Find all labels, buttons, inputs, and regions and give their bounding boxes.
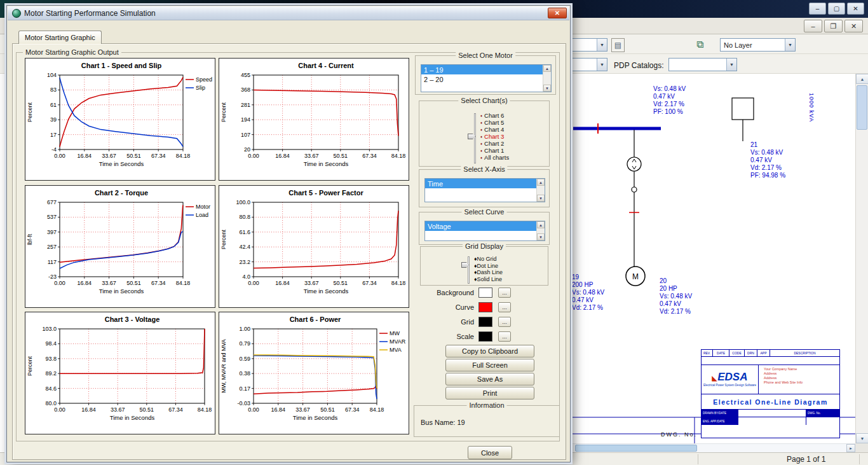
chart-option-6[interactable]: ♦Chart 6	[480, 112, 509, 119]
motor20-label: 20 20 HP Vs: 0.48 kV 0.47 kV Vd: 2.17 %	[660, 277, 692, 316]
copy-to-clipboard-button[interactable]: Copy to Clipboard	[445, 345, 534, 357]
motor-list-item[interactable]: 1 – 19	[421, 65, 543, 74]
svg-text:16.84: 16.84	[78, 280, 92, 286]
diamond-icon: ♦	[480, 128, 482, 132]
svg-text:89.2: 89.2	[45, 370, 57, 377]
motor19-label: 19 200 HP Vs: 0.48 kV 0.47 kV Vd: 2.17 %	[572, 274, 604, 312]
grid-option-solid[interactable]: ♦Solid Line	[474, 276, 503, 283]
save-as-button[interactable]: Save As	[445, 373, 534, 385]
curve-color-row: Curve ...	[414, 302, 511, 312]
svg-text:117: 117	[48, 259, 57, 265]
list-scroll-up[interactable]: ▲	[537, 221, 545, 228]
vertical-scrollbar[interactable]: ▲ ▼	[855, 74, 868, 443]
new-page-button[interactable]: ▤	[611, 38, 625, 52]
layers-icon[interactable]: ⧉	[696, 39, 703, 50]
dialog-close-button[interactable]: ✕	[548, 8, 567, 18]
x-axis-item[interactable]: Time	[425, 179, 537, 188]
list-scroll-up[interactable]: ▲	[543, 65, 551, 72]
grid-color-label: Grid	[414, 318, 474, 326]
list-scrollbar[interactable]: ▲ ▼	[536, 221, 545, 240]
chevron-down-icon[interactable]: ▼	[726, 59, 736, 71]
window-close-button[interactable]: ✕	[847, 3, 864, 15]
list-scrollbar[interactable]: ▲ ▼	[536, 179, 545, 202]
svg-text:281: 281	[241, 102, 250, 108]
motor-listbox[interactable]: 1 – 19 2 – 20 ▲ ▼	[421, 64, 552, 92]
horizontal-scroll-thumb[interactable]	[575, 445, 697, 452]
list-scroll-down[interactable]: ▼	[537, 195, 545, 202]
chart-option-all[interactable]: ♦All charts	[480, 154, 509, 161]
pdp-catalogs-combo[interactable]: ▼	[668, 58, 737, 71]
page-indicator: Page 1 of 1	[787, 455, 825, 464]
motor-label: M	[632, 272, 639, 281]
bus-name-text: Bus Name: 19	[421, 419, 465, 426]
svg-text:0.00: 0.00	[54, 153, 65, 159]
grid-color-browse-button[interactable]: ...	[498, 317, 511, 327]
full-screen-button[interactable]: Full Screen	[445, 359, 534, 371]
svg-text:67.34: 67.34	[168, 406, 183, 413]
grid-color-row: Grid ...	[414, 317, 511, 327]
list-scroll-down[interactable]: ▼	[537, 233, 545, 240]
information-label: Information	[466, 401, 506, 409]
x-axis-listbox[interactable]: Time ▲ ▼	[424, 178, 545, 202]
svg-text:368: 368	[241, 87, 250, 93]
vertical-scroll-thumb[interactable]	[857, 85, 867, 130]
close-button[interactable]: Close	[468, 446, 512, 459]
scrollbar-corner	[855, 443, 868, 452]
scroll-down-button[interactable]: ▼	[856, 433, 868, 443]
scale-color-browse-button[interactable]: ...	[498, 331, 511, 342]
svg-text:107: 107	[241, 132, 250, 138]
grid-option-dot[interactable]: ♦Dot Line	[474, 263, 503, 270]
layer-select-combo[interactable]: No Layer ▼	[720, 38, 796, 52]
grid-option-dash[interactable]: ♦Dash Line	[474, 269, 503, 276]
svg-text:677: 677	[47, 199, 57, 205]
chevron-down-icon[interactable]: ▼	[597, 39, 607, 51]
window-minimize-button[interactable]: –	[809, 3, 826, 15]
svg-text:-23: -23	[48, 274, 57, 280]
scroll-right-button[interactable]: ►	[846, 444, 855, 452]
output-group-label: Motor Starting Graphic Output	[23, 48, 121, 56]
background-color-browse-button[interactable]: ...	[498, 288, 511, 298]
chevron-down-icon[interactable]: ▼	[785, 39, 795, 51]
print-button[interactable]: Print	[445, 387, 534, 399]
tb-header-cell: CODE	[729, 350, 745, 356]
svg-text:537: 537	[47, 214, 57, 220]
chart-option-5[interactable]: ♦Chart 5	[480, 119, 509, 126]
mdi-minimize-button[interactable]: –	[804, 20, 822, 32]
chart-select-track[interactable]	[474, 113, 476, 163]
svg-text:50.51: 50.51	[126, 280, 141, 286]
curve-listbox[interactable]: Voltage ▲ ▼	[424, 221, 545, 241]
list-scroll-up[interactable]: ▲	[537, 179, 545, 186]
horizontal-scrollbar[interactable]: ►	[546, 443, 855, 452]
title-block: REV. DATE CODE DRN APP DESCRIPTION ◣EDSA…	[701, 349, 840, 438]
svg-text:Slip: Slip	[196, 85, 205, 91]
mdi-restore-button[interactable]: ❐	[824, 20, 843, 32]
motor-list-item[interactable]: 2 – 20	[421, 74, 543, 84]
chart-select-label: Select Chart(s)	[458, 97, 510, 104]
chevron-down-icon[interactable]: ▼	[597, 59, 607, 71]
chart-option-4[interactable]: ♦Chart 4	[480, 126, 509, 133]
chart-option-3-selected[interactable]: ♦Chart 3	[480, 133, 509, 140]
svg-text:84.18: 84.18	[370, 406, 384, 413]
dialog-title-bar[interactable]: Motor Starting Performance Simulation ✕	[8, 6, 569, 20]
grid-display-track[interactable]	[468, 256, 470, 284]
list-scroll-down[interactable]: ▼	[543, 85, 551, 92]
curve-item[interactable]: Voltage	[425, 221, 537, 231]
chart-option-1[interactable]: ♦Chart 1	[480, 147, 509, 154]
grid-display-group: Grid Display ♦No Grid ♦Dot Line ♦Dash Li…	[420, 246, 548, 286]
curve-color-browse-button[interactable]: ...	[498, 302, 511, 312]
svg-text:100.0: 100.0	[236, 199, 250, 205]
chart-select-group: Select Chart(s) ♦Chart 6 ♦Chart 5 ♦Chart…	[419, 101, 550, 167]
tab-motor-starting-graphic[interactable]: Motor Starting Graphic	[18, 31, 102, 44]
grid-option-none[interactable]: ♦No Grid	[474, 256, 503, 263]
chart-option-2[interactable]: ♦Chart 2	[480, 140, 509, 147]
svg-text:93.8: 93.8	[45, 356, 57, 362]
svg-text:Time in Seconds: Time in Seconds	[99, 160, 144, 167]
mdi-close-button[interactable]: ✕	[844, 20, 863, 32]
svg-text:83: 83	[50, 87, 57, 93]
window-maximize-button[interactable]: ▢	[828, 3, 845, 15]
svg-text:98.4: 98.4	[45, 340, 57, 347]
svg-text:MW, MVAR and MVA: MW, MVAR and MVA	[220, 339, 227, 393]
scroll-up-button[interactable]: ▲	[856, 74, 868, 84]
list-scrollbar[interactable]: ▲ ▼	[543, 65, 551, 92]
svg-text:MVAR: MVAR	[390, 338, 406, 345]
